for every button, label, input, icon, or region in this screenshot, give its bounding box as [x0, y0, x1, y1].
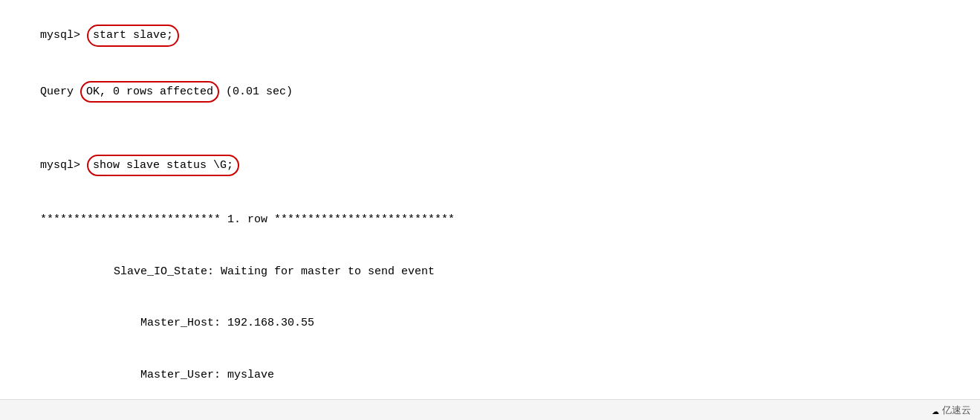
line-2: Query OK, 0 rows affected (0.01 sec) [13, 64, 967, 120]
line-5: *************************** 1. row *****… [13, 194, 967, 246]
label-master-host: Master_Host: [40, 317, 221, 329]
bottom-bar: ☁ 亿速云 [0, 399, 980, 420]
start-slave-command: start slave; [87, 25, 179, 46]
terminal: mysql> start slave; Query OK, 0 rows aff… [0, 0, 980, 407]
value-slave-io-state: Waiting for master to send event [214, 265, 435, 278]
line-1: mysql> start slave; [13, 7, 967, 64]
line-4: mysql> show slave status \G; [13, 138, 967, 194]
row-separator: *************************** 1. row *****… [40, 213, 455, 226]
logo-text: 亿速云 [942, 404, 971, 417]
value-master-user: myslave [221, 369, 274, 381]
show-slave-status-command: show slave status \G; [87, 155, 239, 176]
prompt-1: mysql> [40, 29, 87, 42]
label-slave-io-state: Slave_IO_State: [40, 265, 214, 278]
value-master-host: 192.168.30.55 [221, 317, 314, 329]
query-text: Query [40, 85, 80, 98]
query-time: (0.01 sec) [219, 85, 293, 98]
label-master-user: Master_User: [40, 369, 221, 381]
line-3 [13, 120, 967, 138]
ok-affected-circle: OK, 0 rows affected [80, 81, 219, 103]
logo-icon: ☁ [932, 403, 939, 418]
line-master-user: Master_User: myslave [13, 349, 967, 401]
line-slave-io-state: Slave_IO_State: Waiting for master to se… [13, 245, 967, 297]
prompt-2: mysql> [40, 159, 87, 172]
line-master-host: Master_Host: 192.168.30.55 [13, 297, 967, 349]
